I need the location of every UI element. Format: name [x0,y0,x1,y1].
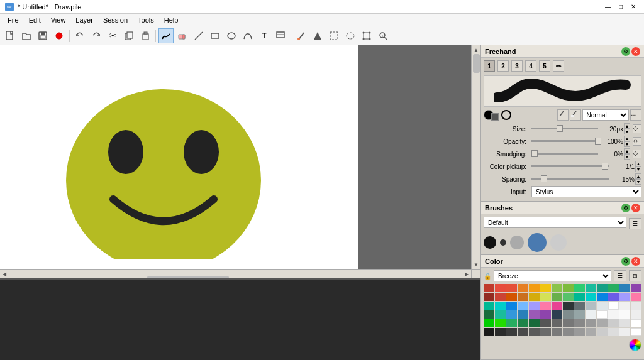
select-lasso-tool[interactable] [343,28,358,43]
spacing-spin-up[interactable]: ▲ [635,173,641,179]
color-swatch[interactable] [597,328,608,336]
color-swatch[interactable] [619,284,630,292]
opacity-dynamics-btn[interactable]: ◇ [633,137,641,146]
color-swatch[interactable] [540,302,551,310]
color-swatch[interactable] [552,328,562,336]
menu-file[interactable]: File [3,15,24,25]
color-swatch[interactable] [484,310,494,319]
color-swatch[interactable] [484,293,494,301]
freehand-settings-btn[interactable]: ⚙ [621,47,630,56]
size-slider[interactable] [531,125,598,133]
color-swatch[interactable] [518,293,528,301]
blend-options-btn[interactable]: … [630,109,641,121]
color-swatch[interactable] [597,310,608,319]
color-swatch[interactable] [619,293,630,301]
color-swatch[interactable] [484,284,494,292]
color-swatch[interactable] [608,328,619,336]
color-swatch[interactable] [619,310,630,319]
menu-help[interactable]: Help [159,15,184,25]
color-swatch[interactable] [540,319,551,327]
color-swatch[interactable] [597,302,608,310]
color-wheel-btn[interactable] [501,110,511,120]
menu-layer[interactable]: Layer [70,15,98,25]
color-swatch[interactable] [518,310,528,319]
color-swatch[interactable] [518,302,528,310]
color-swatch[interactable] [563,293,574,301]
fill-tool[interactable] [310,28,325,43]
color-swatch[interactable] [518,328,528,336]
color-swatch[interactable] [574,319,585,327]
maximize-button[interactable]: □ [615,2,626,12]
cut-button[interactable]: ✂ [105,28,120,43]
color-swatch[interactable] [631,328,641,336]
color-swatch[interactable] [586,319,596,327]
bezier-tool[interactable] [240,28,255,43]
color-swatch[interactable] [619,302,630,310]
colorpickup-spin-up[interactable]: ▲ [635,161,641,166]
opacity-spin-up[interactable]: ▲ [624,136,630,141]
input-select[interactable]: Stylus Mouse Tablet [531,186,641,197]
brush-tab-3[interactable]: 3 [511,60,523,72]
color-swatch[interactable] [518,284,528,292]
color-swatch[interactable] [495,310,506,319]
brush-tab-pencil[interactable]: ✏ [553,60,564,72]
color-swatch[interactable] [529,319,540,327]
color-swatch[interactable] [586,328,596,336]
eraser-tool[interactable] [175,28,190,43]
brushes-close-btn[interactable]: ✕ [631,204,640,212]
color-swatch[interactable] [506,310,517,319]
color-swatch[interactable] [495,302,506,310]
color-swatch[interactable] [631,302,641,310]
brushes-preset-select[interactable]: Default [484,217,626,228]
preset-brush-1[interactable] [484,236,496,249]
preset-brush-4[interactable] [528,233,547,252]
colorpickup-slider[interactable] [531,163,609,170]
paste-button[interactable] [138,28,153,43]
opacity-slider[interactable] [531,138,598,145]
annotation-tool[interactable] [273,28,288,43]
smudging-spin-down[interactable]: ▼ [624,154,630,160]
menu-view[interactable]: View [46,15,71,25]
record-button[interactable] [52,28,67,43]
color-swatch[interactable] [518,319,528,327]
redo-button[interactable] [89,28,104,43]
size-dynamics-btn[interactable]: ◇ [633,124,641,133]
color-swatch[interactable] [495,293,506,301]
save-button[interactable] [35,28,50,43]
color-swatch[interactable] [574,302,585,310]
color-swatch[interactable] [619,328,630,336]
color-swatch[interactable] [563,319,574,327]
smudging-spin-up[interactable]: ▲ [624,148,630,154]
color-swatch[interactable] [586,302,596,310]
color-swatch[interactable] [563,284,574,292]
color-swatch[interactable] [540,328,551,336]
freehand-tool[interactable] [158,28,174,43]
color-swatch[interactable] [484,328,494,336]
color-swatch[interactable] [608,302,619,310]
eyedropper-tool[interactable] [294,28,309,43]
color-swatch[interactable] [574,310,585,319]
color-swatch[interactable] [563,302,574,310]
color-swatch[interactable] [552,284,562,292]
color-swatch[interactable] [631,310,641,319]
color-swatch[interactable] [631,319,641,327]
background-color[interactable] [491,113,499,121]
color-swatch[interactable] [608,284,619,292]
eyedrop-foreground[interactable] [557,109,569,121]
preset-brush-5[interactable] [550,234,567,251]
color-swatch[interactable] [552,293,562,301]
spacing-spin-down[interactable]: ▼ [635,179,641,185]
color-swatch[interactable] [597,293,608,301]
brush-tab-2[interactable]: 2 [497,60,509,72]
palette-grid-btn[interactable]: ⊞ [629,270,641,281]
color-swatch[interactable] [506,302,517,310]
color-swatch[interactable] [586,310,596,319]
color-swatch[interactable] [608,310,619,319]
close-button[interactable]: ✕ [628,2,639,12]
color-swatch[interactable] [495,284,506,292]
color-swatch[interactable] [563,328,574,336]
copy-button[interactable] [121,28,136,43]
text-tool[interactable]: T [257,28,272,43]
select-rect-tool[interactable] [326,28,341,43]
color-swatch[interactable] [631,293,641,301]
